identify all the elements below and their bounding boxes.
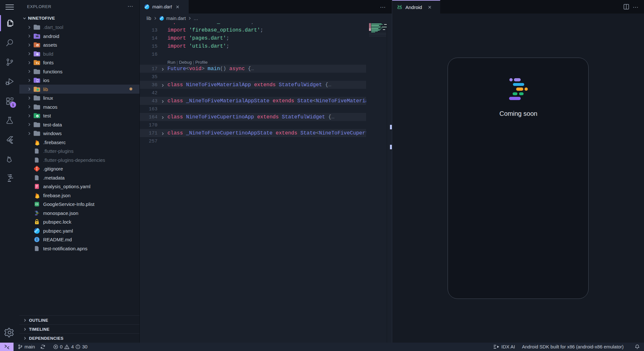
svg-text:Tᴛ: Tᴛ <box>36 61 39 65</box>
